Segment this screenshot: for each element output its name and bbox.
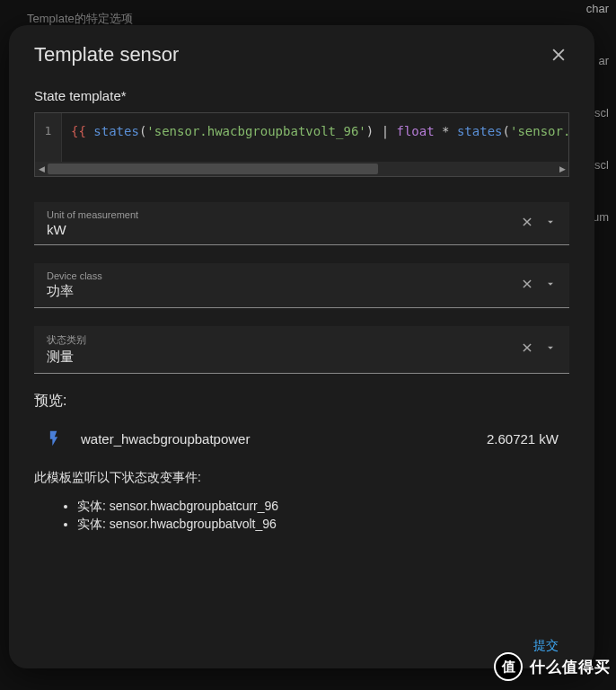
backdrop-text: scl	[594, 106, 609, 119]
device-class-field[interactable]: Device class 功率	[34, 263, 569, 308]
list-item: 实体: sensor.hwacbgroupbatcurr_96	[77, 499, 569, 515]
close-icon	[521, 278, 533, 290]
device-class-label: Device class	[47, 270, 521, 281]
preview-row: water_hwacbgroupbatpower 2.60721 kW	[34, 427, 569, 450]
template-sensor-dialog: Template sensor State template* 1 {{ sta…	[9, 25, 594, 668]
chevron-down-icon	[544, 278, 557, 290]
state-class-label: 状态类别	[47, 333, 521, 347]
code-token: states	[93, 124, 139, 138]
backdrop-text: char	[586, 2, 609, 15]
clear-state-class-button[interactable]	[521, 341, 533, 358]
code-token: float	[396, 124, 434, 138]
state-class-value: 测量	[47, 349, 521, 366]
entity-prefix: 实体:	[77, 499, 110, 513]
scroll-right-arrow[interactable]: ▶	[556, 162, 568, 176]
entity-prefix: 实体:	[77, 517, 110, 531]
state-class-dropdown-toggle[interactable]	[544, 341, 557, 358]
preview-entity-value: 2.60721 kW	[487, 431, 559, 447]
clear-unit-button[interactable]	[521, 216, 533, 232]
code-token: (	[503, 124, 510, 138]
unit-value: kW	[47, 222, 521, 237]
unit-dropdown-toggle[interactable]	[544, 216, 557, 232]
scroll-track[interactable]	[48, 162, 556, 176]
preview-label: 预览:	[34, 392, 569, 411]
preview-entity-name: water_hwacbgroupbatpower	[81, 431, 469, 447]
watermark-text: 什么值得买	[530, 657, 611, 677]
state-template-label: State template*	[34, 88, 569, 103]
backdrop-text: um	[593, 210, 609, 224]
scroll-thumb[interactable]	[48, 164, 378, 174]
list-item: 实体: sensor.hwacbgroupbatvolt_96	[77, 517, 569, 533]
flash-icon	[45, 427, 63, 450]
code-content[interactable]: {{ states('sensor.hwacbgroupbatvolt_96')…	[62, 113, 568, 162]
chevron-down-icon	[544, 216, 557, 228]
chevron-down-icon	[544, 341, 557, 354]
code-token: *	[435, 124, 457, 138]
state-class-field[interactable]: 状态类别 测量	[34, 326, 569, 374]
watermark-badge: 值	[494, 652, 523, 681]
code-token: 'sensor.hwacbgroupbatvolt_96'	[146, 124, 365, 138]
scroll-left-arrow[interactable]: ◀	[35, 162, 48, 176]
clear-device-class-button[interactable]	[521, 278, 533, 294]
entity-list: 实体: sensor.hwacbgroupbatcurr_96 实体: sens…	[34, 499, 569, 533]
listen-events-text: 此模板监听以下状态改变事件:	[34, 470, 569, 486]
device-class-dropdown-toggle[interactable]	[544, 278, 557, 294]
horizontal-scrollbar[interactable]: ◀ ▶	[35, 162, 568, 176]
watermark: 值 什么值得买	[494, 652, 611, 681]
code-token: {{	[71, 124, 86, 138]
close-icon	[521, 216, 533, 228]
code-token: 'sensor.hw	[510, 124, 568, 138]
code-token: |	[382, 124, 397, 138]
line-number: 1	[45, 124, 52, 137]
close-icon	[550, 46, 568, 64]
close-button[interactable]	[548, 44, 569, 66]
backdrop-text: ar	[598, 54, 609, 67]
code-gutter: 1	[35, 113, 62, 162]
dialog-header: Template sensor	[34, 43, 569, 66]
device-class-value: 功率	[47, 283, 521, 300]
code-token: states	[457, 124, 503, 138]
close-icon	[521, 341, 533, 354]
dialog-title: Template sensor	[34, 43, 179, 66]
backdrop-text: scl	[594, 158, 609, 172]
code-token: )	[366, 124, 374, 138]
entity-id: sensor.hwacbgroupbatvolt_96	[110, 517, 277, 531]
state-template-editor[interactable]: 1 {{ states('sensor.hwacbgroupbatvolt_96…	[34, 112, 569, 177]
unit-label: Unit of measurement	[47, 209, 521, 220]
unit-of-measurement-field[interactable]: Unit of measurement kW	[34, 202, 569, 245]
entity-id: sensor.hwacbgroupbatcurr_96	[110, 499, 278, 513]
